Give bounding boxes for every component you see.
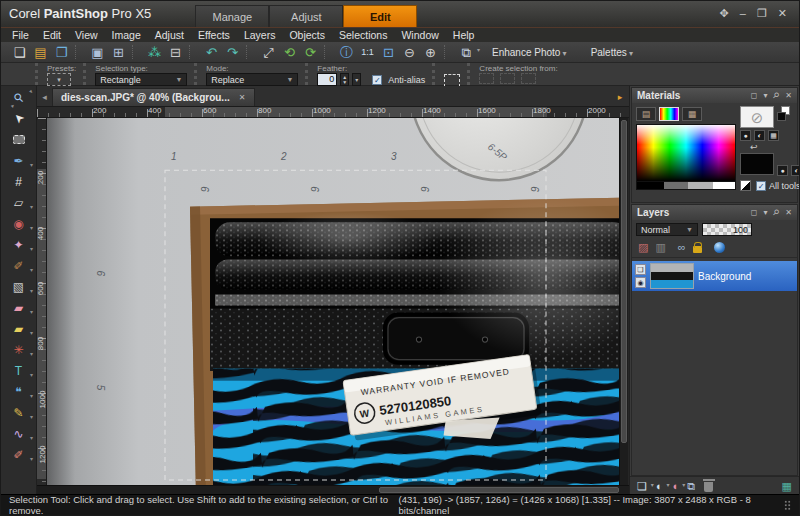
crop-tool-button[interactable]: # — [5, 171, 32, 192]
gadgets-icon[interactable]: ✥ — [720, 7, 729, 27]
airbrush-tool-button[interactable]: ✳ — [5, 339, 32, 360]
horizontal-scrollbar[interactable] — [37, 485, 629, 494]
layers-header[interactable]: Layers ◻ ▾ ⚲ ✕ — [632, 205, 797, 220]
foreground-gradient-style-button[interactable]: ◐ — [754, 130, 765, 141]
horizontal-scrollbar-thumb[interactable] — [379, 487, 619, 493]
menu-file[interactable]: File — [5, 28, 36, 42]
edit-selection-icon[interactable]: ▨ — [638, 241, 648, 253]
background-material-swatch[interactable] — [740, 153, 774, 175]
menu-image[interactable]: Image — [105, 28, 148, 42]
selection-type-select[interactable]: Rectangle▼ — [95, 73, 187, 86]
layer-thumbnail[interactable] — [650, 263, 694, 289]
materials-tab-rainbow[interactable] — [659, 107, 679, 121]
canvas-viewport[interactable]: 1 2 3 4 6 6 6 6 6 5 4 — [47, 118, 619, 485]
zoom-in-button[interactable]: ⊕ — [420, 43, 441, 62]
color-picker[interactable] — [636, 124, 736, 182]
gradient-tool-button[interactable]: ▧ — [5, 276, 32, 297]
scan-import-button[interactable]: ❐ — [51, 43, 72, 62]
share-button[interactable]: ⁂ — [144, 43, 165, 62]
text-tool-button[interactable]: T — [5, 360, 32, 381]
enhance-photo-button[interactable]: Enhance Photo — [483, 45, 576, 60]
all-tools-checkbox[interactable]: ✓ — [756, 181, 766, 191]
mode-select[interactable]: Replace▼ — [206, 73, 298, 86]
resize-grip-icon[interactable] — [784, 500, 791, 510]
adjustment-layer-icon[interactable]: ◐ — [656, 479, 663, 493]
layer-styles-icon[interactable] — [714, 242, 725, 253]
makeover-tool-button[interactable]: ✦ — [5, 234, 32, 255]
menu-layers[interactable]: Layers — [237, 28, 283, 42]
perspective-tool-button[interactable]: ▱ — [5, 192, 32, 213]
image-info-button[interactable]: ⓘ — [336, 43, 357, 62]
undo-button[interactable]: ↶ — [201, 43, 222, 62]
save-as-button[interactable]: ⊞ — [108, 43, 129, 62]
materials-tab-swatches[interactable]: ▦ — [682, 107, 702, 121]
duplicate-layer-icon[interactable]: ⧉ — [687, 479, 695, 493]
menu-view[interactable]: View — [68, 28, 105, 42]
tab-scroll-left-icon[interactable]: ◂ — [37, 92, 52, 106]
layer-name[interactable]: Background — [698, 271, 751, 282]
transparency-swatch[interactable] — [740, 180, 751, 191]
dropper-tool-button[interactable]: ✒ — [5, 150, 32, 171]
foreground-pattern-style-button[interactable]: ▦ — [768, 130, 779, 141]
create-from-mask-icon[interactable] — [500, 73, 515, 84]
delete-layer-icon[interactable] — [704, 482, 713, 492]
visibility-eye-icon[interactable]: ◉ — [635, 277, 646, 288]
red-eye-tool-button[interactable]: ◉ — [5, 213, 32, 234]
tab-scroll-right-icon[interactable]: ▸ — [611, 92, 629, 106]
selection-tool-button[interactable] — [13, 135, 25, 144]
background-color-style-button[interactable]: ● — [777, 165, 788, 176]
tab-manage[interactable]: Manage — [195, 5, 269, 27]
materials-header[interactable]: Materials ◻ ▾ ⚲ ✕ — [632, 88, 797, 103]
menu-objects[interactable]: Objects — [282, 28, 332, 42]
layers-float-icon[interactable]: ◻ — [751, 208, 758, 217]
palettes-button[interactable]: Palettes — [582, 45, 642, 60]
zoom-out-button[interactable]: ⊖ — [399, 43, 420, 62]
fit-window-button[interactable]: ⊡ — [378, 43, 399, 62]
create-from-layer-icon[interactable] — [479, 73, 494, 84]
picture-tube-tool-button[interactable]: ❝ — [5, 381, 32, 402]
foreground-material-swatch[interactable]: ⊘ — [740, 106, 774, 128]
create-from-merged-icon[interactable] — [521, 73, 536, 84]
new-file-button[interactable]: ❏ — [9, 43, 30, 62]
tab-edit[interactable]: Edit — [343, 5, 417, 27]
menu-selections[interactable]: Selections — [332, 28, 394, 42]
feather-slider-dropdown[interactable]: ▾ — [352, 73, 361, 86]
new-layer-icon[interactable]: ❏ — [637, 479, 647, 493]
vertical-scrollbar-thumb[interactable] — [621, 120, 627, 443]
rotate-right-button[interactable]: ⟳ — [300, 43, 321, 62]
overview-icon[interactable]: ▥ — [655, 241, 665, 253]
layers-close-icon[interactable]: ✕ — [785, 208, 792, 217]
lock-icon[interactable] — [693, 246, 702, 253]
open-file-button[interactable]: ▤ — [30, 43, 51, 62]
feather-input[interactable]: 0 — [317, 73, 337, 86]
presets-dropdown[interactable]: ▾ — [47, 73, 71, 86]
minimize-icon[interactable]: – — [740, 7, 746, 27]
antialias-checkbox[interactable]: ✓ — [372, 75, 382, 85]
tab-adjust[interactable]: Adjust — [269, 5, 343, 27]
warp-brush-tool-button[interactable]: ∿ — [5, 423, 32, 444]
close-icon[interactable]: ✕ — [778, 7, 787, 27]
menu-effects[interactable]: Effects — [191, 28, 237, 42]
maximize-icon[interactable]: ❐ — [757, 7, 767, 27]
materials-menu-icon[interactable]: ▾ — [763, 91, 767, 100]
feather-spinner[interactable]: ▲▼ — [340, 73, 349, 86]
foreground-color-style-button[interactable]: ● — [740, 130, 751, 141]
blend-mode-select[interactable]: Normal▼ — [636, 223, 698, 236]
background-gradient-style-button[interactable]: ◐ — [791, 165, 800, 176]
background-eraser-tool-button[interactable]: ▰ — [5, 318, 32, 339]
color-pair-widget[interactable] — [777, 106, 792, 121]
materials-tab-frame[interactable]: ▤ — [636, 107, 656, 121]
mask-layer-icon[interactable]: ◖ — [672, 479, 679, 493]
vertical-scrollbar[interactable] — [619, 118, 628, 485]
menu-edit[interactable]: Edit — [36, 28, 68, 42]
menu-window[interactable]: Window — [394, 28, 445, 42]
opacity-field[interactable]: 100 — [702, 223, 752, 236]
print-button[interactable]: ⊟ — [165, 43, 186, 62]
materials-close-icon[interactable]: ✕ — [785, 91, 792, 100]
copy-special-button[interactable]: ⧉ — [456, 43, 477, 62]
layers-pin-icon[interactable]: ⚲ — [771, 207, 782, 218]
swap-materials-icon[interactable]: ↩ — [750, 143, 758, 151]
save-file-button[interactable]: ▣ — [87, 43, 108, 62]
document-tab[interactable]: dies-scan.JPG* @ 40% (Backgrou... ✕ — [52, 88, 255, 106]
brush-tool-button[interactable]: ✐ — [5, 255, 32, 276]
